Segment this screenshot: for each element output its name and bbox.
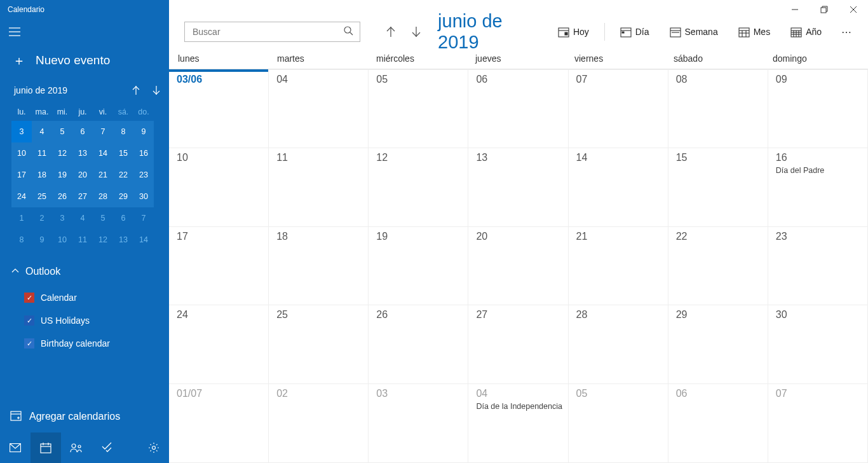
mini-day[interactable]: 9 [32, 229, 52, 251]
mini-day[interactable]: 30 [133, 186, 154, 207]
new-event-button[interactable]: ＋ Nuevo evento [0, 45, 169, 79]
mini-prev-button[interactable] [127, 81, 145, 99]
search-box[interactable] [184, 22, 360, 42]
calendar-cell[interactable]: 02 [269, 384, 369, 463]
calendar-cell[interactable]: 07 [569, 69, 668, 148]
mini-day[interactable]: 23 [133, 164, 154, 186]
mini-day[interactable]: 12 [52, 142, 72, 164]
calendar-cell[interactable]: 05 [569, 384, 668, 463]
calendar-cell[interactable]: 01/07 [169, 384, 269, 463]
year-view-button[interactable]: Año [783, 19, 829, 45]
mini-day[interactable]: 27 [72, 186, 93, 207]
mini-day[interactable]: 28 [93, 186, 113, 207]
calendar-cell[interactable]: 17 [169, 227, 269, 306]
calendar-cell[interactable]: 22 [668, 227, 768, 306]
event-label[interactable]: Día de la Independencia [476, 402, 562, 411]
calendar-cell[interactable]: 23 [768, 227, 868, 306]
mini-day[interactable]: 13 [72, 142, 93, 164]
calendar-cell[interactable]: 20 [468, 227, 568, 306]
calendar-cell[interactable]: 18 [269, 227, 369, 306]
calendar-cell[interactable]: 11 [269, 148, 369, 227]
calendar-cell[interactable]: 27 [468, 305, 568, 384]
calendar-cell[interactable]: 14 [569, 148, 668, 227]
people-button[interactable] [61, 432, 92, 463]
mini-day[interactable]: 19 [52, 164, 72, 186]
mini-day[interactable]: 11 [32, 142, 52, 164]
checkbox-icon[interactable]: ✓ [24, 315, 34, 326]
mini-day[interactable]: 7 [133, 207, 154, 229]
today-button[interactable]: Hoy [550, 19, 597, 45]
calendar-cell[interactable]: 16Día del Padre [768, 148, 868, 227]
calendar-cell[interactable]: 06 [668, 384, 768, 463]
search-input[interactable] [193, 27, 343, 37]
mini-day[interactable]: 22 [113, 164, 133, 186]
mini-day[interactable]: 12 [93, 229, 113, 251]
checkbox-icon[interactable]: ✓ [24, 293, 34, 303]
mini-day[interactable]: 8 [11, 229, 32, 251]
settings-button[interactable] [139, 432, 169, 463]
mini-day[interactable]: 14 [133, 229, 154, 251]
mini-day[interactable]: 17 [11, 164, 32, 186]
mini-day[interactable]: 26 [52, 186, 72, 207]
mini-day[interactable]: 21 [93, 164, 113, 186]
mini-day[interactable]: 4 [72, 207, 93, 229]
todo-button[interactable] [92, 432, 122, 463]
mail-button[interactable] [0, 432, 31, 463]
mini-day[interactable]: 18 [32, 164, 52, 186]
calendar-cell[interactable]: 06 [468, 69, 568, 148]
mini-day[interactable]: 29 [113, 186, 133, 207]
more-button[interactable]: ⋯ [834, 19, 858, 45]
add-calendar-button[interactable]: Agregar calendarios [0, 402, 169, 432]
calendar-cell[interactable]: 13 [468, 148, 568, 227]
calendar-cell[interactable]: 09 [768, 69, 868, 148]
mini-day[interactable]: 15 [113, 142, 133, 164]
mini-day[interactable]: 3 [52, 207, 72, 229]
day-view-button[interactable]: Día [613, 19, 657, 45]
mini-day[interactable]: 10 [52, 229, 72, 251]
mini-day[interactable]: 24 [11, 186, 32, 207]
mini-day[interactable]: 4 [32, 121, 52, 142]
mini-month-label[interactable]: junio de 2019 [14, 85, 67, 95]
mini-day[interactable]: 5 [52, 121, 72, 142]
calendar-cell[interactable]: 12 [369, 148, 468, 227]
month-view-button[interactable]: Mes [731, 19, 778, 45]
mini-day[interactable]: 25 [32, 186, 52, 207]
month-title[interactable]: junio de 2019 [438, 11, 540, 53]
mini-day[interactable]: 2 [32, 207, 52, 229]
mini-day[interactable]: 1 [11, 207, 32, 229]
mini-day[interactable]: 10 [11, 142, 32, 164]
calendar-cell[interactable]: 24 [169, 305, 269, 384]
calendar-cell[interactable]: 10 [169, 148, 269, 227]
mini-day[interactable]: 6 [72, 121, 93, 142]
calendar-cell[interactable]: 05 [369, 69, 468, 148]
calendar-cell[interactable]: 28 [569, 305, 668, 384]
calendar-cell[interactable]: 04Día de la Independencia [468, 384, 568, 463]
calendar-cell[interactable]: 03 [369, 384, 468, 463]
mini-next-button[interactable] [147, 81, 165, 99]
next-month-button[interactable] [403, 19, 429, 45]
calendar-cell[interactable]: 03/06 [169, 69, 269, 148]
event-label[interactable]: Día del Padre [776, 166, 862, 175]
calendar-cell[interactable]: 19 [369, 227, 468, 306]
mini-day[interactable]: 11 [72, 229, 93, 251]
calendar-cell[interactable]: 07 [768, 384, 868, 463]
mini-day[interactable]: 20 [72, 164, 93, 186]
mini-day[interactable]: 5 [93, 207, 113, 229]
account-section-header[interactable]: Outlook [0, 254, 169, 284]
calendar-cell[interactable]: 04 [269, 69, 369, 148]
week-view-button[interactable]: Semana [662, 19, 726, 45]
mini-day[interactable]: 8 [113, 121, 133, 142]
minimize-button[interactable] [780, 0, 810, 19]
calendar-cell[interactable]: 15 [668, 148, 768, 227]
calendar-cell[interactable]: 30 [768, 305, 868, 384]
calendar-cell[interactable]: 29 [668, 305, 768, 384]
mini-day[interactable]: 7 [93, 121, 113, 142]
mini-day[interactable]: 9 [133, 121, 154, 142]
calendar-button[interactable] [31, 432, 61, 463]
hamburger-button[interactable] [0, 19, 29, 45]
calendar-cell[interactable]: 08 [668, 69, 768, 148]
mini-day[interactable]: 3 [11, 121, 32, 142]
calendar-cell[interactable]: 26 [369, 305, 468, 384]
calendar-cell[interactable]: 21 [569, 227, 668, 306]
mini-day[interactable]: 6 [113, 207, 133, 229]
